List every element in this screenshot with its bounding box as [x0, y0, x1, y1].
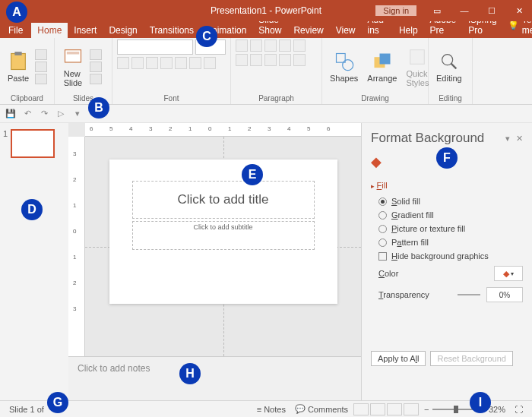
copy-icon[interactable]: [35, 62, 47, 72]
start-slideshow-icon[interactable]: ▷: [55, 108, 67, 120]
thumb-preview: [11, 129, 55, 158]
slide-counter[interactable]: Slide 1 of: [5, 405, 49, 414]
bold-icon[interactable]: [117, 57, 129, 69]
zoom-level[interactable]: 32%: [489, 405, 505, 414]
slide-thumb-1[interactable]: 1: [3, 129, 65, 158]
maximize-icon[interactable]: ☐: [479, 0, 505, 21]
marker-c: C: [196, 26, 217, 47]
marker-g: G: [47, 392, 68, 413]
marker-i: I: [470, 392, 491, 413]
ruler-vertical[interactable]: 3210123: [68, 137, 85, 356]
spacing-icon[interactable]: [189, 57, 201, 69]
indent-dec-icon[interactable]: [264, 39, 277, 52]
layout-icon[interactable]: [90, 49, 102, 60]
hide-graphics-option[interactable]: Hide background graphics: [371, 249, 523, 263]
justify-icon[interactable]: [279, 54, 291, 66]
paste-button[interactable]: Paste: [5, 49, 32, 84]
ribbon-options-icon[interactable]: ▭: [424, 0, 450, 21]
notes-pane[interactable]: Click to add notes: [68, 356, 361, 400]
font-color-icon[interactable]: [204, 57, 216, 69]
checkbox-icon: [378, 252, 387, 261]
bullets-icon[interactable]: [236, 39, 248, 52]
ribbon-tabs: File Home Insert Design Transitions Anim…: [0, 21, 532, 38]
fill-bucket-icon[interactable]: ◆: [371, 153, 382, 170]
notes-toggle[interactable]: ≡Notes: [252, 405, 290, 414]
align-left-icon[interactable]: [236, 54, 248, 66]
reset-background-button[interactable]: Reset Background: [430, 351, 513, 366]
ruler-horizontal[interactable]: 6543210123456: [85, 123, 361, 137]
zoom-out-icon[interactable]: −: [424, 405, 429, 414]
tab-insert[interactable]: Insert: [68, 23, 103, 38]
transparency-slider[interactable]: [458, 294, 480, 295]
tab-home[interactable]: Home: [31, 23, 68, 38]
qat-custom-icon[interactable]: ▾: [71, 108, 84, 120]
fit-to-window-icon[interactable]: ⛶: [510, 405, 527, 414]
zoom-control: − + 32%: [420, 405, 510, 414]
normal-view-icon[interactable]: [353, 403, 369, 415]
shapes-button[interactable]: Shapes: [327, 49, 361, 84]
group-label-font: Font: [117, 93, 226, 103]
marker-a: A: [6, 2, 27, 23]
quick-access-toolbar: 💾 ↶ ↷ ▷ ▾: [0, 105, 532, 123]
panel-title: Format Background: [371, 131, 484, 146]
strike-icon[interactable]: [175, 57, 187, 69]
format-painter-icon[interactable]: [35, 74, 47, 84]
slide[interactable]: Click to add title Click to add subtitle: [109, 160, 337, 304]
sign-in-button[interactable]: Sign in: [375, 5, 416, 16]
tab-view[interactable]: View: [330, 23, 362, 38]
close-icon[interactable]: ✕: [506, 0, 532, 21]
tab-design[interactable]: Design: [103, 23, 143, 38]
numbering-icon[interactable]: [250, 39, 262, 52]
new-slide-button[interactable]: New Slide: [59, 45, 87, 89]
tab-review[interactable]: Review: [287, 23, 329, 38]
tab-help[interactable]: Help: [393, 23, 424, 38]
minimize-icon[interactable]: —: [451, 0, 477, 21]
tab-transitions[interactable]: Transitions: [144, 23, 200, 38]
svg-rect-1: [14, 52, 21, 55]
bulb-icon: 💡: [508, 20, 519, 30]
solid-fill-option[interactable]: Solid fill: [371, 194, 523, 208]
font-select[interactable]: [117, 39, 193, 55]
align-center-icon[interactable]: [250, 54, 262, 66]
save-icon[interactable]: 💾: [5, 108, 17, 120]
subtitle-placeholder[interactable]: Click to add subtitle: [132, 221, 315, 250]
section-icon[interactable]: [90, 74, 102, 84]
svg-line-10: [451, 63, 456, 68]
title-placeholder[interactable]: Click to add title: [132, 181, 315, 219]
redo-icon[interactable]: ↷: [38, 108, 50, 120]
slideshow-view-icon[interactable]: [404, 403, 419, 415]
apply-all-button[interactable]: Apply to All: [371, 351, 426, 366]
quick-styles-button[interactable]: Quick Styles: [403, 45, 432, 89]
panel-dropdown-icon[interactable]: ▾: [505, 134, 510, 144]
gradient-fill-option[interactable]: Gradient fill: [371, 208, 523, 222]
tab-file[interactable]: File: [0, 23, 31, 38]
align-right-icon[interactable]: [264, 54, 277, 66]
comments-toggle[interactable]: 💬Comments: [290, 404, 353, 414]
reset-icon[interactable]: [90, 62, 102, 72]
underline-icon[interactable]: [146, 57, 158, 69]
marker-b: B: [88, 97, 109, 118]
marker-e: E: [242, 164, 263, 185]
shadow-icon[interactable]: [160, 57, 173, 69]
arrange-button[interactable]: Arrange: [364, 49, 400, 84]
indent-inc-icon[interactable]: [279, 39, 291, 52]
italic-icon[interactable]: [131, 57, 144, 69]
transparency-row: Transparency0%: [371, 284, 523, 305]
transparency-value[interactable]: 0%: [486, 287, 523, 302]
columns-icon[interactable]: [293, 54, 306, 66]
picture-fill-option[interactable]: Picture or texture fill: [371, 222, 523, 235]
fill-section[interactable]: FFillill: [371, 181, 523, 190]
ribbon: Paste Clipboard New Slide Slides Font Pa…: [0, 38, 532, 105]
slide-thumbnails: 1: [0, 123, 68, 400]
marker-f: F: [436, 147, 458, 169]
cut-icon[interactable]: [35, 49, 47, 60]
color-picker-button[interactable]: ◆▾: [494, 266, 523, 281]
reading-view-icon[interactable]: [387, 403, 402, 415]
panel-close-icon[interactable]: ✕: [516, 134, 523, 144]
editing-button[interactable]: Editing: [433, 49, 465, 84]
slide-canvas-area[interactable]: Click to add title Click to add subtitle: [85, 137, 361, 356]
pattern-fill-option[interactable]: Pattern fill: [371, 235, 523, 249]
undo-icon[interactable]: ↶: [21, 108, 33, 120]
sorter-view-icon[interactable]: [370, 403, 385, 415]
line-spacing-icon[interactable]: [293, 39, 306, 52]
